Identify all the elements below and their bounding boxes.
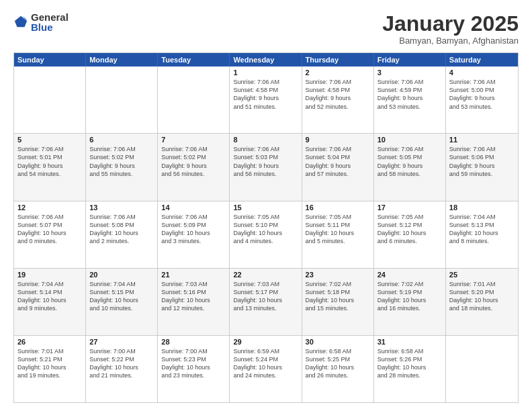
weekday-header-thursday: Thursday	[302, 53, 374, 66]
header: General Blue January 2025 Bamyan, Bamyan…	[13, 12, 519, 46]
calendar-row-1: 5Sunrise: 7:06 AMSunset: 5:01 PMDaylight…	[14, 133, 518, 200]
day-number: 6	[89, 136, 154, 144]
day-number: 9	[306, 136, 370, 144]
logo-text: General Blue	[31, 12, 69, 32]
day-number: 24	[378, 271, 442, 279]
day-number: 17	[378, 203, 442, 212]
day-number: 30	[306, 338, 370, 346]
day-cell-11: 11Sunrise: 7:06 AMSunset: 5:06 PMDayligh…	[446, 134, 518, 200]
day-cell-25: 25Sunrise: 7:01 AMSunset: 5:20 PMDayligh…	[446, 269, 518, 335]
day-number: 11	[449, 136, 515, 144]
day-info: Sunrise: 6:58 AMSunset: 5:26 PMDaylight:…	[378, 347, 442, 380]
logo-blue-label: Blue	[31, 22, 69, 32]
day-info: Sunrise: 7:06 AMSunset: 5:02 PMDaylight:…	[89, 145, 154, 178]
weekday-header-wednesday: Wednesday	[230, 53, 302, 66]
day-cell-3: 3Sunrise: 7:06 AMSunset: 4:59 PMDaylight…	[374, 66, 446, 133]
day-info: Sunrise: 6:59 AMSunset: 5:24 PMDaylight:…	[233, 347, 298, 380]
day-cell-12: 12Sunrise: 7:06 AMSunset: 5:07 PMDayligh…	[14, 201, 86, 268]
day-info: Sunrise: 7:02 AMSunset: 5:18 PMDaylight:…	[306, 280, 370, 313]
day-info: Sunrise: 7:02 AMSunset: 5:19 PMDaylight:…	[378, 280, 442, 313]
day-info: Sunrise: 7:01 AMSunset: 5:20 PMDaylight:…	[449, 280, 515, 313]
day-info: Sunrise: 7:06 AMSunset: 5:08 PMDaylight:…	[89, 213, 154, 246]
day-info: Sunrise: 7:00 AMSunset: 5:23 PMDaylight:…	[161, 347, 226, 380]
day-info: Sunrise: 7:03 AMSunset: 5:16 PMDaylight:…	[161, 280, 226, 313]
day-info: Sunrise: 7:01 AMSunset: 5:21 PMDaylight:…	[17, 347, 82, 380]
day-number: 1	[233, 68, 298, 77]
day-info: Sunrise: 7:06 AMSunset: 5:07 PMDaylight:…	[17, 213, 82, 246]
day-cell-29: 29Sunrise: 6:59 AMSunset: 5:24 PMDayligh…	[230, 336, 302, 402]
day-cell-31: 31Sunrise: 6:58 AMSunset: 5:26 PMDayligh…	[374, 336, 446, 402]
day-info: Sunrise: 7:06 AMSunset: 5:06 PMDaylight:…	[449, 145, 515, 178]
calendar-row-0: 1Sunrise: 7:06 AMSunset: 4:58 PMDaylight…	[14, 66, 518, 133]
day-info: Sunrise: 7:06 AMSunset: 5:04 PMDaylight:…	[306, 145, 370, 178]
day-number: 4	[449, 68, 515, 77]
empty-cell	[86, 66, 158, 133]
day-info: Sunrise: 7:06 AMSunset: 5:03 PMDaylight:…	[233, 145, 298, 178]
page: General Blue January 2025 Bamyan, Bamyan…	[0, 0, 532, 411]
day-info: Sunrise: 7:00 AMSunset: 5:22 PMDaylight:…	[89, 347, 154, 380]
calendar-header: SundayMondayTuesdayWednesdayThursdayFrid…	[14, 53, 518, 66]
day-number: 20	[89, 271, 154, 279]
day-number: 8	[233, 136, 298, 144]
day-cell-19: 19Sunrise: 7:04 AMSunset: 5:14 PMDayligh…	[14, 269, 86, 335]
day-number: 29	[233, 338, 298, 346]
day-cell-24: 24Sunrise: 7:02 AMSunset: 5:19 PMDayligh…	[374, 269, 446, 335]
day-number: 13	[89, 203, 154, 212]
day-info: Sunrise: 7:06 AMSunset: 5:00 PMDaylight:…	[449, 78, 515, 111]
day-number: 26	[17, 338, 82, 346]
day-info: Sunrise: 7:04 AMSunset: 5:15 PMDaylight:…	[89, 280, 154, 313]
day-cell-22: 22Sunrise: 7:03 AMSunset: 5:17 PMDayligh…	[230, 269, 302, 335]
day-info: Sunrise: 6:58 AMSunset: 5:25 PMDaylight:…	[306, 347, 370, 380]
day-cell-14: 14Sunrise: 7:06 AMSunset: 5:09 PMDayligh…	[158, 201, 230, 268]
day-number: 2	[306, 68, 370, 77]
day-cell-10: 10Sunrise: 7:06 AMSunset: 5:05 PMDayligh…	[374, 134, 446, 200]
day-info: Sunrise: 7:06 AMSunset: 4:58 PMDaylight:…	[233, 78, 298, 111]
day-number: 10	[378, 136, 442, 144]
day-number: 25	[449, 271, 515, 279]
day-info: Sunrise: 7:05 AMSunset: 5:12 PMDaylight:…	[378, 213, 442, 246]
day-cell-9: 9Sunrise: 7:06 AMSunset: 5:04 PMDaylight…	[302, 134, 374, 200]
logo-general-label: General	[31, 12, 69, 22]
logo-icon	[13, 15, 28, 30]
calendar-row-3: 19Sunrise: 7:04 AMSunset: 5:14 PMDayligh…	[14, 268, 518, 335]
day-cell-27: 27Sunrise: 7:00 AMSunset: 5:22 PMDayligh…	[86, 336, 158, 402]
day-info: Sunrise: 7:04 AMSunset: 5:14 PMDaylight:…	[17, 280, 82, 313]
day-cell-20: 20Sunrise: 7:04 AMSunset: 5:15 PMDayligh…	[86, 269, 158, 335]
empty-cell	[158, 66, 230, 133]
day-info: Sunrise: 7:05 AMSunset: 5:11 PMDaylight:…	[306, 213, 370, 246]
day-cell-26: 26Sunrise: 7:01 AMSunset: 5:21 PMDayligh…	[14, 336, 86, 402]
empty-cell	[446, 336, 518, 402]
svg-marker-0	[15, 16, 27, 28]
day-cell-5: 5Sunrise: 7:06 AMSunset: 5:01 PMDaylight…	[14, 134, 86, 200]
day-cell-1: 1Sunrise: 7:06 AMSunset: 4:58 PMDaylight…	[230, 66, 302, 133]
weekday-header-saturday: Saturday	[446, 53, 518, 66]
day-number: 18	[449, 203, 515, 212]
day-info: Sunrise: 7:06 AMSunset: 4:59 PMDaylight:…	[378, 78, 442, 111]
day-number: 19	[17, 271, 82, 279]
day-cell-2: 2Sunrise: 7:06 AMSunset: 4:58 PMDaylight…	[302, 66, 374, 133]
calendar: SundayMondayTuesdayWednesdayThursdayFrid…	[13, 52, 519, 403]
empty-cell	[14, 66, 86, 133]
day-cell-28: 28Sunrise: 7:00 AMSunset: 5:23 PMDayligh…	[158, 336, 230, 402]
day-info: Sunrise: 7:05 AMSunset: 5:10 PMDaylight:…	[233, 213, 298, 246]
day-info: Sunrise: 7:06 AMSunset: 5:02 PMDaylight:…	[161, 145, 226, 178]
weekday-header-sunday: Sunday	[14, 53, 86, 66]
calendar-row-4: 26Sunrise: 7:01 AMSunset: 5:21 PMDayligh…	[14, 335, 518, 402]
day-number: 14	[161, 203, 226, 212]
day-cell-13: 13Sunrise: 7:06 AMSunset: 5:08 PMDayligh…	[86, 201, 158, 268]
day-cell-23: 23Sunrise: 7:02 AMSunset: 5:18 PMDayligh…	[302, 269, 374, 335]
day-cell-15: 15Sunrise: 7:05 AMSunset: 5:10 PMDayligh…	[230, 201, 302, 268]
day-number: 22	[233, 271, 298, 279]
day-cell-17: 17Sunrise: 7:05 AMSunset: 5:12 PMDayligh…	[374, 201, 446, 268]
day-number: 23	[306, 271, 370, 279]
weekday-header-monday: Monday	[86, 53, 158, 66]
calendar-row-2: 12Sunrise: 7:06 AMSunset: 5:07 PMDayligh…	[14, 201, 518, 268]
weekday-header-tuesday: Tuesday	[158, 53, 230, 66]
day-info: Sunrise: 7:06 AMSunset: 5:01 PMDaylight:…	[17, 145, 82, 178]
day-number: 31	[378, 338, 442, 346]
day-number: 16	[306, 203, 370, 212]
day-cell-21: 21Sunrise: 7:03 AMSunset: 5:16 PMDayligh…	[158, 269, 230, 335]
month-title: January 2025	[382, 12, 519, 36]
day-cell-4: 4Sunrise: 7:06 AMSunset: 5:00 PMDaylight…	[446, 66, 518, 133]
day-info: Sunrise: 7:04 AMSunset: 5:13 PMDaylight:…	[449, 213, 515, 246]
